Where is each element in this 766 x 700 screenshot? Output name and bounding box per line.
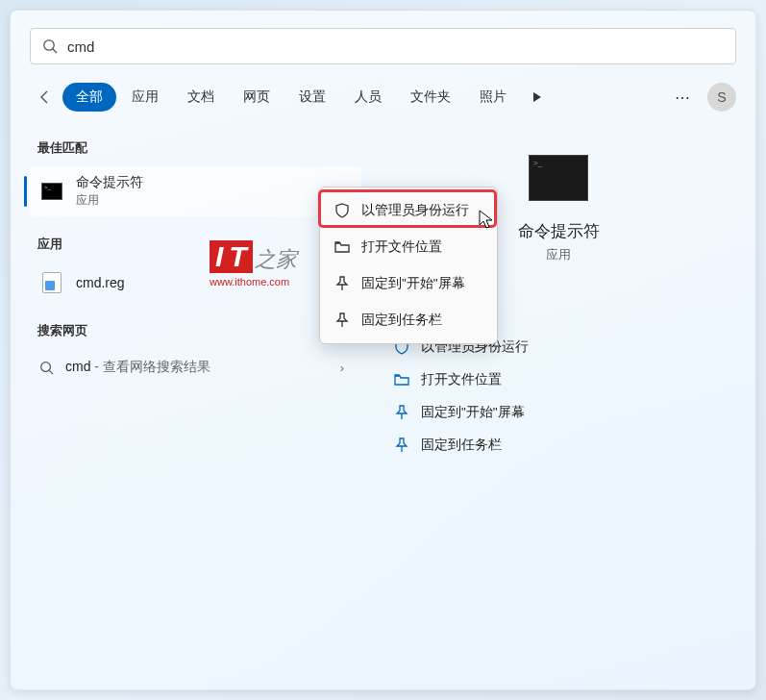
svg-line-3 [49, 370, 53, 374]
tab-photos[interactable]: 照片 [466, 83, 520, 112]
section-best-match: 最佳匹配 [30, 136, 361, 161]
tab-folders[interactable]: 文件夹 [397, 83, 464, 112]
action-pin-taskbar[interactable]: 固定到任务栏 [390, 429, 727, 462]
search-window: 全部 应用 文档 网页 设置 人员 文件夹 照片 ⋯ S 最佳匹配 命令提示符 … [10, 10, 756, 690]
result-title: cmd.reg [76, 275, 125, 290]
pin-icon [394, 405, 409, 420]
cmd-app-icon [39, 179, 64, 204]
context-run-admin[interactable]: 以管理员身份运行 [325, 192, 492, 229]
app-preview: 命令提示符 应用 [518, 155, 600, 263]
context-pin-start[interactable]: 固定到"开始"屏幕 [325, 265, 492, 302]
preview-title: 命令提示符 [518, 220, 600, 242]
shield-icon [334, 203, 350, 218]
action-list: 以管理员身份运行 打开文件位置 固定到"开始"屏幕 固定到任务栏 [390, 331, 727, 462]
back-button[interactable] [30, 82, 61, 112]
tab-all[interactable]: 全部 [62, 83, 116, 112]
action-label: 固定到任务栏 [421, 437, 502, 454]
context-menu: 以管理员身份运行 打开文件位置 固定到"开始"屏幕 固定到任务栏 [319, 187, 498, 344]
svg-point-0 [44, 40, 54, 50]
tab-people[interactable]: 人员 [341, 83, 395, 112]
web-result-text: cmd - 查看网络搜索结果 [65, 359, 210, 376]
more-options-button[interactable]: ⋯ [667, 82, 698, 112]
pin-icon [394, 438, 409, 453]
tab-web[interactable]: 网页 [230, 83, 284, 112]
section-search-web: 搜索网页 [30, 318, 361, 343]
chevron-right-icon: › [340, 361, 352, 375]
pin-icon [334, 312, 350, 328]
context-open-location[interactable]: 打开文件位置 [325, 229, 492, 265]
ellipsis-icon: ⋯ [675, 88, 690, 107]
user-avatar[interactable]: S [707, 83, 736, 112]
search-icon [39, 361, 54, 375]
result-web-item[interactable]: cmd - 查看网络搜索结果 › [30, 349, 361, 386]
context-label: 打开文件位置 [361, 238, 442, 256]
tab-docs[interactable]: 文档 [174, 83, 228, 112]
result-subtitle: 应用 [76, 192, 143, 209]
folder-icon [334, 239, 350, 255]
tab-apps[interactable]: 应用 [118, 83, 172, 112]
results-pane: 最佳匹配 命令提示符 应用 应用 cmd.reg › 搜索网页 [11, 136, 361, 689]
section-apps: 应用 [30, 232, 361, 257]
reg-file-icon [39, 270, 64, 295]
context-label: 以管理员身份运行 [361, 202, 469, 219]
preview-subtitle: 应用 [518, 246, 600, 263]
context-label: 固定到"开始"屏幕 [361, 275, 465, 292]
action-label: 固定到"开始"屏幕 [421, 404, 525, 421]
folder-icon [394, 372, 409, 388]
pin-icon [334, 276, 350, 291]
result-app-item[interactable]: cmd.reg › [30, 262, 361, 303]
context-pin-taskbar[interactable]: 固定到任务栏 [325, 302, 492, 338]
action-open-location[interactable]: 打开文件位置 [390, 363, 727, 396]
result-title: 命令提示符 [76, 174, 143, 191]
search-input[interactable] [67, 38, 724, 55]
arrow-left-icon [37, 89, 53, 105]
search-icon [42, 38, 58, 54]
action-pin-start[interactable]: 固定到"开始"屏幕 [390, 396, 727, 429]
action-label: 打开文件位置 [421, 371, 502, 388]
svg-line-1 [53, 49, 57, 53]
svg-point-2 [41, 362, 51, 371]
play-icon [532, 91, 542, 103]
more-tabs-button[interactable] [522, 82, 553, 112]
search-bar[interactable] [30, 28, 736, 64]
tab-settings[interactable]: 设置 [285, 83, 339, 112]
result-best-match[interactable]: 命令提示符 应用 [30, 166, 361, 216]
tab-row: 全部 应用 文档 网页 设置 人员 文件夹 照片 ⋯ S [30, 82, 736, 112]
context-label: 固定到任务栏 [361, 312, 442, 329]
cmd-preview-icon [529, 155, 588, 201]
